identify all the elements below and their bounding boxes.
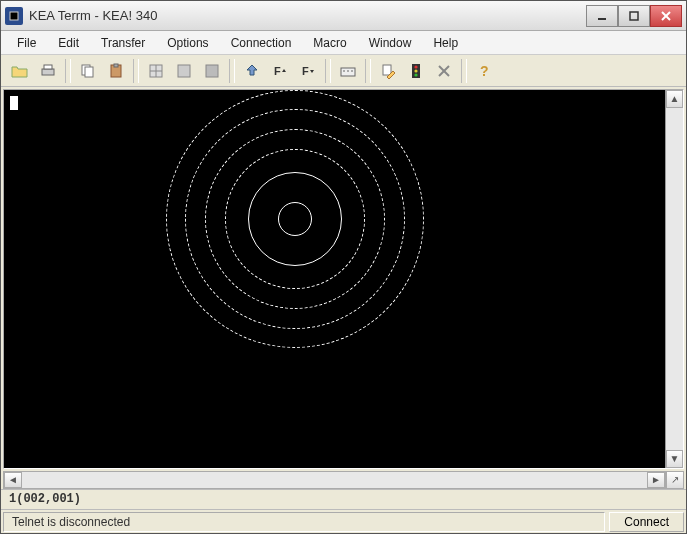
menu-transfer[interactable]: Transfer [91, 33, 155, 53]
menu-window[interactable]: Window [359, 33, 422, 53]
toolbar-separator [133, 59, 139, 83]
open-icon[interactable] [7, 58, 33, 84]
keyboard-icon[interactable] [335, 58, 361, 84]
align-icon[interactable] [239, 58, 265, 84]
scroll-right-icon[interactable]: ► [647, 472, 665, 488]
menu-connection[interactable]: Connection [221, 33, 302, 53]
svg-rect-10 [114, 64, 118, 67]
titlebar[interactable]: KEA Terrm - KEA! 340 [1, 1, 686, 31]
svg-text:?: ? [480, 63, 489, 79]
font-up-icon[interactable]: F [267, 58, 293, 84]
minimize-button[interactable] [586, 5, 618, 27]
svg-rect-15 [206, 65, 218, 77]
print-icon[interactable] [35, 58, 61, 84]
cursor-position: 1(002,001) [9, 492, 81, 506]
svg-point-25 [414, 69, 417, 72]
app-window: KEA Terrm - KEA! 340 File Edit Transfer … [0, 0, 687, 534]
vertical-scrollbar[interactable]: ▲ ▼ [665, 90, 683, 468]
scroll-track[interactable] [666, 108, 683, 450]
toolbar-separator [229, 59, 235, 83]
menu-options[interactable]: Options [157, 33, 218, 53]
scroll-up-icon[interactable]: ▲ [666, 90, 683, 108]
window-title: KEA Terrm - KEA! 340 [29, 8, 586, 23]
svg-point-26 [414, 73, 417, 76]
edit-icon[interactable] [375, 58, 401, 84]
position-bar: 1(002,001) [1, 489, 686, 509]
status-text: Telnet is disconnected [3, 512, 605, 532]
svg-rect-14 [178, 65, 190, 77]
terminal-container: ▲ ▼ [3, 89, 684, 469]
font-down-icon[interactable]: F [295, 58, 321, 84]
menubar: File Edit Transfer Options Connection Ma… [1, 31, 686, 55]
grid2-icon[interactable] [171, 58, 197, 84]
scroll-track[interactable] [22, 472, 647, 488]
svg-text:F: F [302, 65, 309, 77]
traffic-icon[interactable] [403, 58, 429, 84]
toolbar-separator [365, 59, 371, 83]
help-icon[interactable]: ? [471, 58, 497, 84]
maximize-button[interactable] [618, 5, 650, 27]
paste-icon[interactable] [103, 58, 129, 84]
clear-icon[interactable] [431, 58, 457, 84]
app-icon [5, 7, 23, 25]
scroll-corner-icon[interactable]: ↗ [666, 471, 684, 489]
svg-point-24 [414, 65, 417, 68]
svg-rect-8 [85, 67, 93, 77]
svg-rect-6 [44, 65, 52, 69]
circle-inner-1 [278, 202, 312, 236]
statusbar: Telnet is disconnected Connect [1, 509, 686, 533]
toolbar-separator [325, 59, 331, 83]
menu-file[interactable]: File [7, 33, 46, 53]
toolbar-separator [65, 59, 71, 83]
toolbar: F F ? [1, 55, 686, 87]
text-cursor [10, 96, 18, 110]
scroll-left-icon[interactable]: ◄ [4, 472, 22, 488]
svg-text:F: F [274, 65, 281, 77]
scroll-down-icon[interactable]: ▼ [666, 450, 683, 468]
close-button[interactable] [650, 5, 682, 27]
connect-button[interactable]: Connect [609, 512, 684, 532]
svg-rect-18 [341, 68, 355, 76]
terminal-screen[interactable] [4, 90, 665, 468]
menu-edit[interactable]: Edit [48, 33, 89, 53]
grid1-icon[interactable] [143, 58, 169, 84]
toolbar-separator [461, 59, 467, 83]
copy-icon[interactable] [75, 58, 101, 84]
svg-rect-0 [10, 12, 18, 20]
grid3-icon[interactable] [199, 58, 225, 84]
svg-rect-2 [630, 12, 638, 20]
menu-help[interactable]: Help [423, 33, 468, 53]
menu-macro[interactable]: Macro [303, 33, 356, 53]
horizontal-scroll-row: ◄ ► ↗ [3, 471, 684, 489]
svg-rect-5 [42, 69, 54, 75]
horizontal-scrollbar[interactable]: ◄ ► [3, 471, 666, 489]
